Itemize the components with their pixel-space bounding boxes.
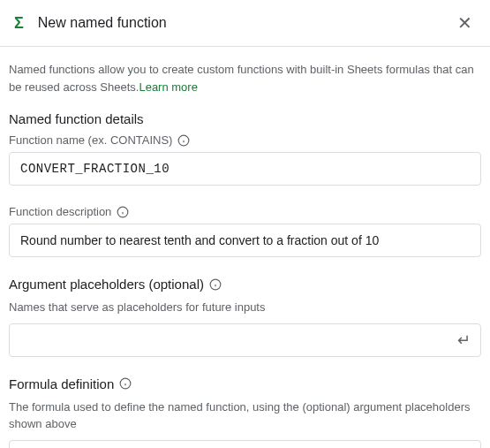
arguments-input[interactable] — [9, 323, 481, 357]
info-icon[interactable] — [177, 134, 190, 147]
description-section: Function description — [9, 205, 481, 257]
panel-title: New named function — [38, 15, 454, 31]
function-description-label: Function description — [9, 205, 481, 218]
formula-title: Formula definition — [9, 376, 481, 391]
formula-input[interactable] — [9, 440, 481, 449]
info-icon[interactable] — [209, 278, 222, 291]
function-name-label: Function name (ex. CONTAINS) — [9, 133, 481, 147]
close-icon: ✕ — [457, 13, 472, 33]
learn-more-link[interactable]: Learn more — [139, 80, 197, 94]
details-section: Named function details Function name (ex… — [9, 111, 481, 186]
panel-body: Named functions allow you to create cust… — [0, 47, 490, 448]
formula-helper: The formula used to define the named fun… — [9, 399, 481, 433]
panel-header: Σ New named function ✕ — [0, 0, 490, 47]
arguments-title: Argument placeholders (optional) — [9, 277, 481, 292]
details-title: Named function details — [9, 111, 481, 126]
arguments-section: Argument placeholders (optional) Names t… — [9, 277, 481, 357]
formula-section: Formula definition The formula used to d… — [9, 376, 481, 449]
close-button[interactable]: ✕ — [454, 11, 476, 35]
arguments-input-wrap: ↵ — [9, 323, 481, 357]
info-icon[interactable] — [119, 377, 132, 390]
info-icon[interactable] — [117, 206, 129, 218]
arguments-helper: Names that serve as placeholders for fut… — [9, 299, 481, 316]
function-description-input[interactable] — [9, 224, 481, 257]
intro-text: Named functions allow you to create cust… — [9, 61, 481, 95]
sigma-icon: Σ — [14, 14, 24, 33]
function-name-input[interactable] — [9, 152, 481, 186]
